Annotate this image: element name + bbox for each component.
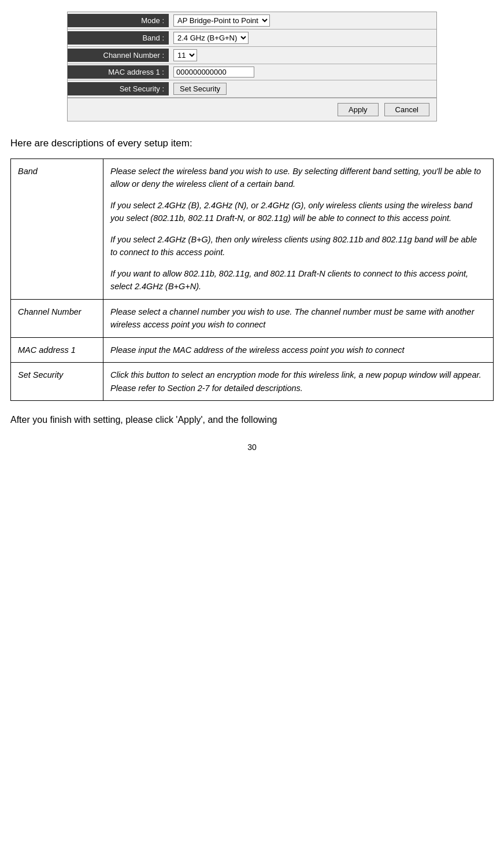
table-row: BandPlease select the wireless band you … [11, 159, 494, 300]
mode-value: AP Bridge-Point to Point [169, 12, 436, 29]
desc-cell: Click this button to select an encryptio… [103, 363, 494, 401]
cancel-button[interactable]: Cancel [384, 103, 429, 116]
term-cell: Band [11, 159, 103, 300]
mode-select[interactable]: AP Bridge-Point to Point [173, 14, 270, 27]
security-value: Set Security [169, 80, 436, 97]
desc-paragraph: If you select 2.4GHz (B+G), then only wi… [110, 233, 486, 259]
channel-value: 11 [169, 47, 436, 64]
mac-value [169, 64, 436, 80]
button-row: Apply Cancel [68, 98, 436, 121]
band-row: Band : 2.4 GHz (B+G+N) [68, 30, 436, 47]
term-cell: Channel Number [11, 299, 103, 337]
mode-label: Mode : [68, 14, 169, 27]
security-label: Set Security : [68, 82, 169, 95]
desc-table: BandPlease select the wireless band you … [10, 159, 494, 401]
page-number: 30 [10, 443, 494, 452]
band-select[interactable]: 2.4 GHz (B+G+N) [173, 32, 249, 44]
desc-paragraph: If you select 2.4GHz (B), 2.4GHz (N), or… [110, 199, 486, 225]
desc-paragraph: Please select the wireless band you wish… [110, 165, 486, 191]
form-section: Mode : AP Bridge-Point to Point Band : 2… [67, 12, 437, 121]
apply-button[interactable]: Apply [338, 103, 379, 116]
desc-cell: Please select the wireless band you wish… [103, 159, 494, 300]
term-cell: Set Security [11, 363, 103, 401]
mac-label: MAC address 1 : [68, 65, 169, 79]
desc-heading: Here are descriptions of every setup ite… [10, 138, 494, 149]
table-row: Channel NumberPlease select a channel nu… [11, 299, 494, 337]
desc-paragraph: Please select a channel number you wish … [110, 305, 486, 331]
table-row: Set SecurityClick this button to select … [11, 363, 494, 401]
mac-row: MAC address 1 : [68, 64, 436, 80]
desc-cell: Please select a channel number you wish … [103, 299, 494, 337]
mode-row: Mode : AP Bridge-Point to Point [68, 12, 436, 30]
mac-input[interactable] [173, 67, 254, 78]
table-row: MAC address 1Please input the MAC addres… [11, 337, 494, 362]
security-row: Set Security : Set Security [68, 80, 436, 98]
desc-paragraph: Click this button to select an encryptio… [110, 368, 486, 395]
channel-label: Channel Number : [68, 49, 169, 62]
term-cell: MAC address 1 [11, 337, 103, 362]
desc-paragraph: If you want to allow 802.11b, 802.11g, a… [110, 267, 486, 293]
desc-cell: Please input the MAC address of the wire… [103, 337, 494, 362]
footer-text: After you finish with setting, please cl… [10, 415, 494, 425]
channel-select[interactable]: 11 [173, 49, 197, 61]
channel-row: Channel Number : 11 [68, 47, 436, 64]
band-label: Band : [68, 31, 169, 45]
band-value: 2.4 GHz (B+G+N) [169, 30, 436, 46]
set-security-button[interactable]: Set Security [173, 83, 227, 95]
desc-paragraph: Please input the MAC address of the wire… [110, 344, 486, 356]
